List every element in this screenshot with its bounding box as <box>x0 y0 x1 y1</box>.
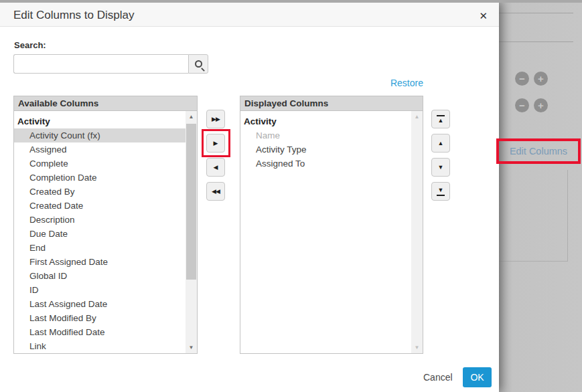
screen: t − + t − + Edit Columns Edit Columns to… <box>0 0 582 392</box>
search-input[interactable] <box>13 54 188 74</box>
up-arrow-icon: ▲ <box>438 140 444 146</box>
edit-columns-link-highlighted[interactable]: Edit Columns <box>496 138 581 164</box>
list-item[interactable]: End <box>14 241 197 255</box>
move-all-right-button[interactable]: ▶▶ <box>206 110 225 128</box>
list-item[interactable]: First Assigned Date <box>14 255 197 269</box>
background-row: − + <box>515 98 548 112</box>
plus-circle-icon[interactable]: + <box>534 98 548 112</box>
list-item[interactable]: Completion Date <box>14 171 197 185</box>
plus-circle-icon[interactable]: + <box>534 72 548 86</box>
displayed-columns-header: Displayed Columns <box>240 96 423 111</box>
displayed-columns-listbox: Displayed Columns Activity Name Activity… <box>240 96 423 354</box>
panel-border <box>567 170 568 261</box>
scroll-up-icon[interactable]: ▲ <box>186 111 197 122</box>
background-row: − + <box>515 72 548 86</box>
dialog-title: Edit Columns to Display <box>13 9 134 22</box>
cancel-button[interactable]: Cancel <box>421 371 455 384</box>
bottom-bar-icon <box>437 195 445 196</box>
left-arrow-icon: ◀ <box>214 165 218 171</box>
double-left-arrow-icon: ◀◀ <box>212 189 220 195</box>
available-columns-list: Activity Activity Count (fx) Assigned Co… <box>14 111 197 353</box>
down-arrow-icon: ▼ <box>438 187 444 193</box>
list-item[interactable]: Last Assigned Date <box>14 297 197 311</box>
divider <box>498 41 573 42</box>
edit-columns-dialog: Edit Columns to Display ✕ Search: Restor… <box>0 3 499 392</box>
double-right-arrow-icon: ▶▶ <box>212 116 220 122</box>
list-item[interactable]: Last Modified By <box>14 311 197 325</box>
displayed-columns-list: Activity Name Activity Type Assigned To … <box>240 111 423 353</box>
scrollbar[interactable]: ▲ ▼ <box>411 111 423 353</box>
search-button[interactable] <box>188 54 208 74</box>
scroll-down-icon[interactable]: ▼ <box>411 342 423 353</box>
list-item[interactable]: Created Date <box>14 199 197 213</box>
move-to-bottom-button[interactable]: ▼ <box>431 182 450 201</box>
list-item[interactable]: ID <box>14 283 197 297</box>
list-item[interactable]: Due Date <box>14 227 197 241</box>
search-label: Search: <box>14 40 46 50</box>
restore-link[interactable]: Restore <box>240 78 423 88</box>
scroll-up-icon[interactable]: ▲ <box>411 111 423 122</box>
close-icon[interactable]: ✕ <box>478 9 489 23</box>
ok-button[interactable]: OK <box>463 367 492 387</box>
move-to-top-button[interactable]: ▲ <box>431 110 450 128</box>
move-down-button[interactable]: ▼ <box>431 158 450 177</box>
list-item[interactable]: Created By <box>14 185 197 199</box>
list-item[interactable]: Assigned <box>14 142 197 157</box>
window-top-strip <box>0 0 582 3</box>
available-columns-listbox: Available Columns Activity Activity Coun… <box>13 96 198 354</box>
list-item-selected[interactable]: Activity Count (fx) <box>14 128 197 142</box>
top-bar-icon <box>437 115 445 116</box>
down-arrow-icon: ▼ <box>438 165 444 171</box>
scroll-down-icon[interactable]: ▼ <box>186 342 197 353</box>
divider <box>498 13 573 13</box>
list-group-label: Activity <box>240 114 423 128</box>
list-item[interactable]: Description <box>14 213 197 227</box>
up-arrow-icon: ▲ <box>438 118 444 124</box>
minus-circle-icon[interactable]: − <box>515 72 529 86</box>
scrollbar-thumb[interactable] <box>186 124 196 280</box>
move-right-button[interactable]: ▶ <box>206 134 225 153</box>
scrollbar[interactable]: ▲ ▼ <box>186 111 197 353</box>
list-item[interactable]: Global ID <box>14 269 197 283</box>
minus-circle-icon[interactable]: − <box>515 98 529 112</box>
right-arrow-icon: ▶ <box>214 140 218 146</box>
available-columns-header: Available Columns <box>14 96 197 111</box>
move-left-button[interactable]: ◀ <box>206 158 225 177</box>
list-item[interactable]: Link <box>14 339 197 353</box>
panel-border <box>498 261 568 262</box>
list-item[interactable]: Complete <box>14 157 197 171</box>
list-item[interactable]: Activity Type <box>240 142 423 157</box>
list-group-label: Activity <box>14 114 197 128</box>
list-item[interactable]: Last Modified Date <box>14 325 197 339</box>
move-all-left-button[interactable]: ◀◀ <box>206 182 225 201</box>
move-up-button[interactable]: ▲ <box>431 134 450 153</box>
list-item[interactable]: Assigned To <box>240 157 423 171</box>
list-item-disabled: Name <box>240 128 423 142</box>
magnifier-icon <box>195 60 202 68</box>
